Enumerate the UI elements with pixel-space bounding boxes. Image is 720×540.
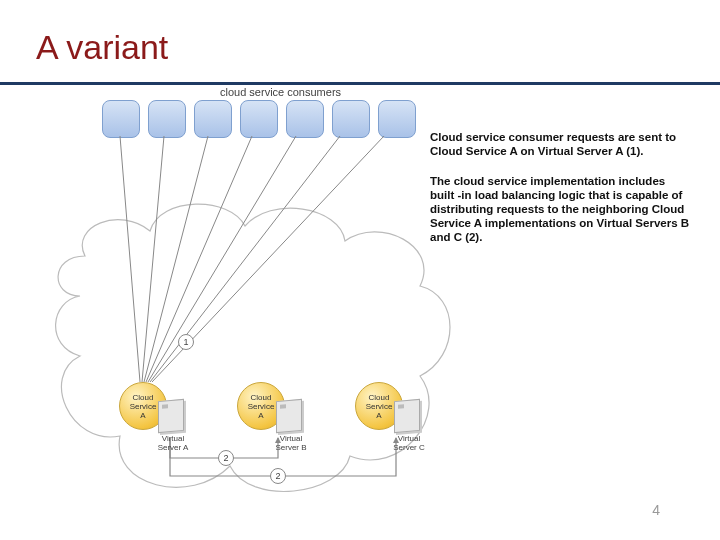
svg-line-1 <box>142 136 164 382</box>
page-number: 4 <box>652 502 660 518</box>
svg-line-3 <box>146 136 252 382</box>
step-1-annotation: 1 <box>178 334 194 350</box>
svg-line-4 <box>148 136 296 382</box>
diagram-area: cloud service consumers <box>40 86 470 526</box>
server-b-label: VirtualServer B <box>270 434 312 452</box>
server-c-label: VirtualServer C <box>388 434 430 452</box>
connection-lines <box>40 86 470 526</box>
slide-title: A variant <box>36 28 168 67</box>
server-box-c <box>394 399 420 433</box>
server-box-a <box>158 399 184 433</box>
title-rule <box>0 82 720 85</box>
svg-line-0 <box>120 136 140 382</box>
explanation-column: Cloud service consumer requests are sent… <box>430 130 690 260</box>
paragraph-1: Cloud service consumer requests are sent… <box>430 130 690 158</box>
paragraph-2: The cloud service implementation include… <box>430 174 690 244</box>
server-a-label: VirtualServer A <box>152 434 194 452</box>
server-box-b <box>276 399 302 433</box>
step-2b-annotation: 2 <box>270 468 286 484</box>
svg-line-2 <box>144 136 208 382</box>
step-2a-annotation: 2 <box>218 450 234 466</box>
